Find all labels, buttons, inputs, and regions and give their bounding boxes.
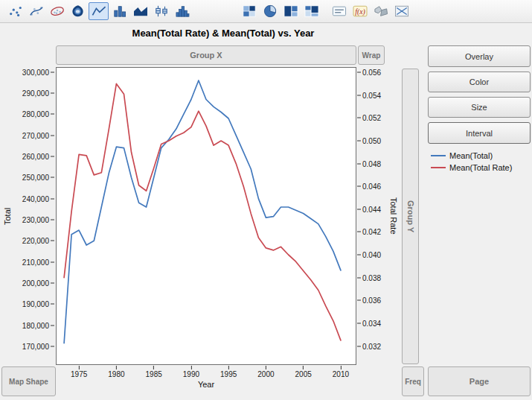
y-axis-left-tick: 230,000 bbox=[22, 215, 54, 223]
drop-zone-group-y-label: Group Y bbox=[406, 200, 415, 232]
drop-zone-page-label: Page bbox=[469, 377, 489, 386]
histogram-icon[interactable] bbox=[172, 2, 192, 20]
plot-area[interactable] bbox=[56, 67, 356, 365]
contour-icon[interactable] bbox=[68, 2, 88, 20]
y-axis-left-tick: 260,000 bbox=[22, 152, 54, 160]
y-axis-left-tick: 300,000 bbox=[22, 68, 54, 76]
map-shapes-icon[interactable] bbox=[371, 2, 391, 20]
line-icon[interactable] bbox=[89, 2, 109, 20]
y-axis-right-tick: 0.052 bbox=[357, 114, 381, 122]
drop-zone-freq[interactable]: Freq bbox=[402, 366, 424, 396]
heatmap-icon[interactable] bbox=[239, 2, 259, 20]
parallel-icon[interactable] bbox=[391, 2, 411, 20]
y-axis-left-tick: 180,000 bbox=[22, 321, 54, 329]
toolbar: f(x) bbox=[0, 0, 532, 23]
points-icon[interactable] bbox=[5, 2, 25, 20]
y-axis-left-tick: 240,000 bbox=[22, 194, 54, 203]
y-axis-left-tick: 200,000 bbox=[22, 279, 54, 287]
x-axis-tick: 2005 bbox=[295, 366, 312, 378]
x-axis-tick: 1975 bbox=[71, 366, 87, 378]
drop-zone-wrap-label: Wrap bbox=[362, 51, 381, 60]
y-axis-left-tick: 190,000 bbox=[22, 300, 54, 308]
size-button-label: Size bbox=[471, 103, 487, 112]
y-axis-right-tick: 0.032 bbox=[357, 342, 381, 350]
x-axis-tick: 1985 bbox=[146, 366, 162, 378]
legend-line-swatch bbox=[430, 164, 446, 171]
y-axis-left-tick: 280,000 bbox=[22, 110, 54, 118]
y-axis-right-tick: 0.042 bbox=[357, 228, 381, 236]
color-button-label: Color bbox=[469, 77, 489, 86]
plot-svg bbox=[57, 68, 356, 364]
box-plot-icon[interactable] bbox=[151, 2, 171, 20]
drop-zone-freq-label: Freq bbox=[405, 378, 421, 386]
y-axis-left-title: Total bbox=[2, 67, 13, 365]
drop-zone-group-y[interactable]: Group Y bbox=[402, 69, 419, 364]
caption-box-icon[interactable] bbox=[329, 2, 349, 20]
y-axis-right-tick: 0.056 bbox=[357, 69, 381, 77]
drop-zone-wrap[interactable]: Wrap bbox=[358, 45, 385, 65]
x-axis-tick: 2000 bbox=[257, 366, 274, 378]
bar-icon[interactable] bbox=[109, 2, 129, 20]
legend-item[interactable]: Mean(Total) bbox=[430, 150, 512, 162]
legend-label: Mean(Total Rate) bbox=[449, 163, 512, 172]
y-axis-left-tick: 250,000 bbox=[22, 174, 54, 182]
mosaic-icon[interactable] bbox=[301, 2, 321, 20]
y-axis-left[interactable]: 300,000290,000280,000270,000260,000250,0… bbox=[12, 67, 54, 365]
y-axis-left-tick: 290,000 bbox=[22, 89, 54, 97]
size-button[interactable]: Size bbox=[428, 97, 531, 118]
y-axis-left-tick: 220,000 bbox=[22, 237, 54, 245]
x-axis-title: Year bbox=[56, 380, 356, 389]
ellipse-icon[interactable] bbox=[47, 2, 67, 20]
color-button[interactable]: Color bbox=[428, 72, 531, 92]
formula-icon[interactable]: f(x) bbox=[350, 2, 370, 20]
treemap-icon[interactable] bbox=[281, 2, 301, 20]
legend: Mean(Total)Mean(Total Rate) bbox=[430, 150, 512, 174]
interval-button-label: Interval bbox=[466, 129, 493, 138]
y-axis-right-tick: 0.036 bbox=[357, 296, 381, 305]
x-axis-tick: 1995 bbox=[220, 366, 237, 378]
y-axis-right-tick: 0.040 bbox=[357, 251, 381, 259]
y-axis-left-tick: 270,000 bbox=[22, 131, 54, 139]
legend-line-swatch bbox=[430, 152, 446, 159]
drop-zone-group-x[interactable]: Group X bbox=[56, 45, 356, 65]
x-axis-tick: 1990 bbox=[183, 366, 199, 378]
x-axis[interactable]: 19751980198519901995200020052010 bbox=[56, 366, 356, 379]
drop-zone-group-x-label: Group X bbox=[190, 51, 222, 60]
area-icon[interactable] bbox=[130, 2, 150, 20]
svg-text:f(x): f(x) bbox=[355, 7, 365, 16]
y-axis-left-tick: 170,000 bbox=[22, 342, 54, 350]
y-axis-left-tick: 210,000 bbox=[22, 258, 54, 266]
y-axis-right-tick: 0.050 bbox=[357, 136, 381, 145]
overlay-button-label: Overlay bbox=[465, 52, 493, 61]
y-axis-right-tick: 0.038 bbox=[357, 273, 381, 282]
y-axis-right-title: Total Rate bbox=[388, 67, 399, 365]
y-axis-right-tick: 0.048 bbox=[357, 159, 381, 168]
drop-zone-page[interactable]: Page bbox=[428, 366, 531, 396]
x-axis-tick: 1980 bbox=[108, 366, 124, 378]
graph-builder-window: f(x) Mean(Total Rate) & Mean(Total) vs. … bbox=[0, 0, 532, 400]
legend-label: Mean(Total) bbox=[449, 151, 493, 160]
pie-icon[interactable] bbox=[260, 2, 280, 20]
x-axis-tick: 2010 bbox=[333, 366, 349, 378]
y-axis-right-tick: 0.034 bbox=[357, 319, 381, 327]
toolbar-icons: f(x) bbox=[0, 2, 412, 20]
legend-item[interactable]: Mean(Total Rate) bbox=[430, 162, 512, 174]
drop-zone-map-shape[interactable]: Map Shape bbox=[1, 366, 56, 396]
interval-button[interactable]: Interval bbox=[428, 122, 531, 144]
overlay-button[interactable]: Overlay bbox=[428, 45, 531, 67]
chart-title: Mean(Total Rate) & Mean(Total) vs. Year bbox=[30, 28, 417, 39]
y-axis-right[interactable]: 0.0560.0540.0520.0500.0480.0460.0440.042… bbox=[357, 67, 387, 365]
drop-zone-map-shape-label: Map Shape bbox=[9, 378, 48, 386]
smoother-icon[interactable] bbox=[26, 2, 46, 20]
y-axis-right-tick: 0.046 bbox=[357, 182, 381, 191]
y-axis-right-tick: 0.054 bbox=[357, 91, 381, 99]
y-axis-right-tick: 0.044 bbox=[357, 205, 381, 213]
